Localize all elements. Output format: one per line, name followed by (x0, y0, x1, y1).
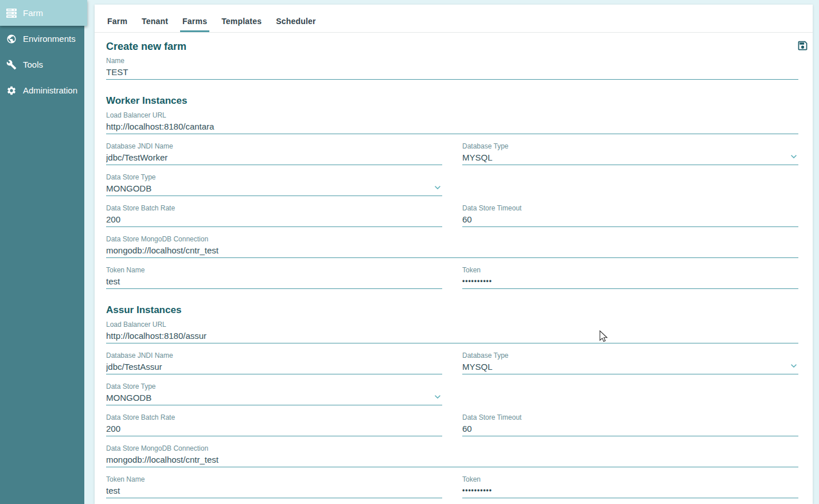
assur-database-type-value[interactable]: MYSQL (462, 361, 798, 374)
field-label: Database Type (462, 142, 798, 150)
assur-timeout-field: Data Store Timeout 60 (462, 413, 798, 436)
tab-scheduler[interactable]: Scheduler (275, 10, 317, 32)
sidebar-item-label: Farm (23, 8, 43, 18)
main-card: Farm Tenant Farms Templates Scheduler Cr… (95, 5, 813, 504)
assur-token-input[interactable]: •••••••••• (462, 485, 798, 498)
assur-timeout-input[interactable]: 60 (462, 423, 798, 436)
assur-load-balancer-field: Load Balancer URL http://localhost:8180/… (106, 321, 798, 343)
assur-mongo-connection-field: Data Store MongoDB Connection mongodb://… (106, 444, 798, 467)
name-input[interactable]: TEST (106, 66, 798, 80)
field-label: Data Store Timeout (462, 413, 798, 421)
worker-token-input[interactable]: •••••••••• (462, 275, 798, 289)
field-label: Data Store Type (106, 382, 442, 390)
name-field: Name TEST (106, 57, 798, 80)
worker-token-name-input[interactable]: test (106, 275, 442, 289)
worker-batch-rate-input[interactable]: 200 (106, 213, 442, 227)
field-label: Token Name (106, 475, 442, 483)
field-label: Token (462, 475, 798, 483)
sidebar-item-tools[interactable]: Tools (0, 52, 84, 77)
worker-mongo-connection-field: Data Store MongoDB Connection mongodb://… (106, 235, 798, 258)
assur-data-store-type-value[interactable]: MONGODB (106, 392, 442, 405)
field-label: Token Name (106, 266, 442, 274)
sidebar-item-administration[interactable]: Administration (0, 77, 84, 103)
field-label: Load Balancer URL (106, 321, 798, 329)
assur-token-field: Token •••••••••• (462, 475, 798, 498)
sidebar-item-environments[interactable]: Environments (0, 26, 84, 52)
field-label: Data Store Timeout (462, 204, 798, 212)
wrench-icon (6, 60, 17, 70)
worker-token-field: Token •••••••••• (462, 266, 798, 289)
field-label: Data Store Batch Rate (106, 204, 442, 212)
worker-data-store-type-value[interactable]: MONGODB (106, 182, 442, 196)
section-title-worker: Worker Instances (106, 95, 798, 107)
assur-mongo-connection-input[interactable]: mongodb://localhost/cntr_test (106, 454, 798, 467)
assur-database-type-select: Database Type MYSQL (462, 351, 798, 374)
field-label: Database Type (462, 351, 798, 360)
worker-load-balancer-input[interactable]: http://localhost:8180/cantara (106, 120, 798, 134)
page-title: Create new farm (106, 41, 798, 53)
field-label: Token (462, 266, 798, 274)
assur-jndi-input[interactable]: jdbc/TestAssur (106, 361, 442, 374)
name-label: Name (106, 57, 798, 65)
field-label: Data Store MongoDB Connection (106, 235, 798, 243)
worker-jndi-field: Database JNDI Name jdbc/TestWorker (106, 142, 442, 165)
assur-jndi-field: Database JNDI Name jdbc/TestAssur (106, 351, 442, 374)
create-farm-form: Create new farm Name TEST Worker Instanc… (95, 33, 813, 504)
worker-timeout-input[interactable]: 60 (462, 213, 798, 227)
assur-data-store-type-select: Data Store Type MONGODB (106, 382, 442, 405)
worker-token-name-field: Token Name test (106, 266, 442, 289)
sidebar-item-label: Tools (23, 60, 43, 69)
worker-database-type-select: Database Type MYSQL (462, 142, 798, 165)
tab-templates[interactable]: Templates (220, 10, 263, 32)
globe-icon (6, 34, 17, 44)
tab-farms[interactable]: Farms (181, 10, 208, 32)
field-label: Data Store MongoDB Connection (106, 444, 798, 452)
worker-database-type-value[interactable]: MYSQL (462, 151, 798, 165)
tab-farm[interactable]: Farm (106, 10, 128, 32)
assur-token-name-field: Token Name test (106, 475, 442, 498)
sidebar-item-label: Environments (23, 34, 76, 44)
mouse-cursor (599, 330, 610, 345)
field-label: Database JNDI Name (106, 142, 442, 150)
tab-bar: Farm Tenant Farms Templates Scheduler (95, 5, 813, 33)
field-label: Load Balancer URL (106, 111, 798, 119)
tab-tenant[interactable]: Tenant (141, 10, 169, 32)
assur-load-balancer-input[interactable]: http://localhost:8180/assur (106, 330, 798, 343)
sidebar-item-farm[interactable]: Farm (0, 0, 87, 26)
section-title-assur: Assur Instances (106, 304, 798, 316)
assur-token-name-input[interactable]: test (106, 485, 442, 498)
worker-mongo-connection-input[interactable]: mongodb://localhost/cntr_test (106, 244, 798, 258)
field-label: Database JNDI Name (106, 351, 442, 360)
worker-data-store-type-select: Data Store Type MONGODB (106, 173, 442, 196)
worker-batch-rate-field: Data Store Batch Rate 200 (106, 204, 442, 227)
assur-batch-rate-input[interactable]: 200 (106, 423, 442, 436)
field-label: Data Store Type (106, 173, 442, 181)
sidebar-item-label: Administration (23, 85, 77, 95)
worker-timeout-field: Data Store Timeout 60 (462, 204, 798, 227)
farm-list-icon (6, 8, 17, 18)
sidebar: Farm Environments Tools Administration (0, 0, 84, 504)
worker-load-balancer-field: Load Balancer URL http://localhost:8180/… (106, 111, 798, 134)
assur-batch-rate-field: Data Store Batch Rate 200 (106, 413, 442, 436)
gear-icon (6, 85, 17, 96)
worker-jndi-input[interactable]: jdbc/TestWorker (106, 151, 442, 165)
field-label: Data Store Batch Rate (106, 413, 442, 421)
